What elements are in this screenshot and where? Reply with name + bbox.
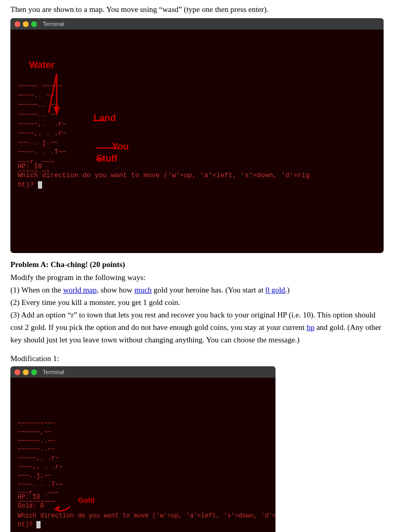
hp-line-2: HP: 10 bbox=[18, 493, 44, 502]
hp-gold-lines: HP: 10 Gold: 0 bbox=[18, 493, 44, 511]
map-line-1: ~~~~~ ~~~~~ bbox=[18, 82, 67, 91]
arrows-overlay bbox=[10, 30, 384, 253]
problem-item-2: (2) Every time you kill a monster, you g… bbox=[10, 296, 384, 309]
map2-line-6: ~~~~,. . .r~ bbox=[18, 463, 62, 472]
terminal-title-1: Terminal bbox=[43, 21, 64, 27]
problem-body: Modify the program in the following ways… bbox=[10, 271, 384, 346]
cursor-2 bbox=[36, 521, 41, 528]
intro-paragraph: Then you are shown to a map. You move us… bbox=[10, 5, 384, 14]
you-label: You bbox=[112, 141, 129, 152]
gold-line: Gold: 0 bbox=[18, 502, 44, 511]
map2-line-7: ~~~..j,~~ bbox=[18, 472, 62, 481]
map-line-5: ~~~~~,. .r~ bbox=[18, 119, 67, 129]
close-dot[interactable] bbox=[15, 21, 20, 27]
modify-intro: Modify the program in the following ways… bbox=[10, 271, 384, 284]
map2-line-1: ~~~~~~~~~~ bbox=[18, 419, 62, 428]
minimize-dot[interactable] bbox=[23, 21, 29, 27]
terminal-window-1: Terminal Water ~~~~~ ~~~~~ ~~~~.. ~~ ~~~… bbox=[10, 18, 384, 253]
terminal-titlebar-1: Terminal bbox=[10, 18, 384, 30]
hp-line: HP: 10 bbox=[18, 162, 42, 171]
map-line-7: ~~~.. j.~~ bbox=[18, 138, 67, 148]
map2-line-4: ~~~~~~..~~ bbox=[18, 445, 62, 454]
terminal-body-2: ~~~~~~~~~~ ~~~~~~,~~ ~~~~~~..~~ ~~~~~~..… bbox=[10, 378, 275, 532]
problem-item-1: (1) When on the world map, show how much… bbox=[10, 284, 384, 296]
map2-line-5: ~~~~~,. .r~ bbox=[18, 454, 62, 463]
map-line-6: ~~~~,. . .r~ bbox=[18, 129, 67, 138]
terminal-title-2: Terminal bbox=[43, 369, 64, 375]
terminal-window-2: Terminal ~~~~~~~~~~ ~~~~~~,~~ ~~~~~~..~~… bbox=[10, 366, 275, 532]
modification-label: Modification 1: bbox=[10, 354, 384, 363]
water-label: Water bbox=[29, 60, 55, 71]
stuff-label: Stuff bbox=[96, 153, 117, 164]
direction-prompt-2: Which direction do you want to move ('w'… bbox=[18, 512, 275, 529]
problem-item-3: (3) Add an option “r” to town that lets … bbox=[10, 309, 384, 346]
map2-line-2: ~~~~~~,~~ bbox=[18, 428, 62, 437]
maximize-dot-2[interactable] bbox=[31, 369, 37, 375]
map2-line-8: ~~~~. . .T~~ bbox=[18, 481, 62, 489]
terminal-body-1: Water ~~~~~ ~~~~~ ~~~~.. ~~ ~~~~~.. ~~ ~… bbox=[10, 30, 384, 253]
cursor-1 bbox=[38, 181, 42, 189]
problem-title: Problem A: Cha-ching! (20 points) bbox=[10, 260, 384, 269]
land-label: Land bbox=[94, 113, 116, 124]
map-line-4: ~~~~~.. ~~ bbox=[18, 110, 67, 119]
gold-label: Gold bbox=[78, 496, 95, 504]
close-dot-2[interactable] bbox=[15, 369, 20, 375]
map-line-2: ~~~~.. ~~ bbox=[18, 91, 67, 100]
problem-section: Problem A: Cha-ching! (20 points) Modify… bbox=[10, 260, 384, 346]
terminal-titlebar-2: Terminal bbox=[10, 366, 275, 378]
map-line-3: ~~~~~.. ~~ bbox=[18, 100, 67, 110]
maximize-dot[interactable] bbox=[31, 21, 37, 27]
minimize-dot-2[interactable] bbox=[23, 369, 29, 375]
map-line-8: ~~~~. . .T~~ bbox=[18, 148, 67, 157]
direction-prompt: Which direction do you want to move ('w'… bbox=[18, 171, 384, 190]
map2-line-3: ~~~~~~..~~ bbox=[18, 437, 62, 446]
